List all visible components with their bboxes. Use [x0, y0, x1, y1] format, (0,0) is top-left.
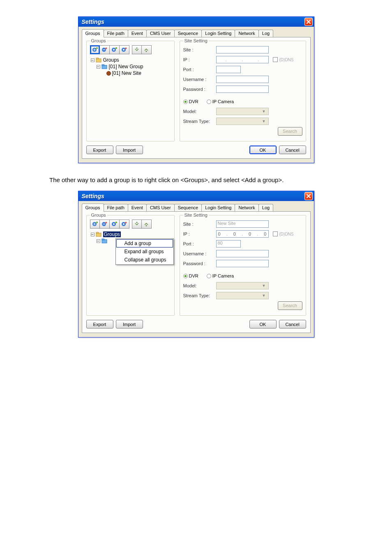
- port-label: Port :: [183, 67, 216, 72]
- search-button[interactable]: Search: [278, 127, 302, 136]
- site-label: Site :: [183, 222, 216, 227]
- remove-group-button[interactable]: [100, 45, 110, 54]
- port-input[interactable]: [216, 66, 241, 73]
- expand-toggle[interactable]: −: [91, 233, 95, 236]
- stream-label: Stream Type:: [183, 293, 216, 298]
- dvr-radio[interactable]: DVR: [183, 99, 198, 104]
- context-menu[interactable]: Add a group Expand all groups Collapse a…: [115, 238, 174, 265]
- tab-event[interactable]: Event: [128, 204, 147, 211]
- tab-filepath[interactable]: File path: [104, 204, 128, 211]
- password-label: Password :: [183, 87, 216, 92]
- tab-filepath[interactable]: File path: [104, 30, 128, 37]
- password-label: Password :: [183, 261, 216, 266]
- cancel-button[interactable]: Cancel: [279, 146, 306, 154]
- titlebar[interactable]: Settings: [78, 17, 314, 27]
- add-group-button[interactable]: [90, 220, 100, 229]
- tab-page: Groups: [82, 37, 311, 159]
- username-input[interactable]: [216, 76, 269, 83]
- password-input[interactable]: [216, 260, 269, 267]
- svg-rect-9: [96, 58, 99, 59]
- add-group-button[interactable]: [90, 45, 100, 54]
- close-icon: [306, 194, 311, 199]
- tab-login[interactable]: Login Setting: [201, 30, 235, 37]
- ipcamera-radio[interactable]: IP Camera: [207, 99, 234, 104]
- site-input[interactable]: [216, 46, 269, 53]
- expand-toggle[interactable]: −: [91, 58, 95, 62]
- remove-site-button[interactable]: [120, 45, 129, 54]
- collapse-icon: [143, 47, 149, 53]
- tree-root[interactable]: − Groups: [91, 231, 171, 238]
- site-setting-panel: Site Setting Site : New Site IP : 0. 0. …: [180, 215, 306, 316]
- password-input[interactable]: [216, 86, 269, 93]
- expand-all-button[interactable]: [132, 220, 142, 229]
- import-button[interactable]: Import: [116, 320, 143, 328]
- tree-root-label: Groups: [103, 57, 119, 63]
- tab-login[interactable]: Login Setting: [201, 204, 235, 211]
- svg-point-3: [113, 49, 115, 51]
- stream-select[interactable]: ▼: [216, 292, 269, 299]
- add-site-button[interactable]: [110, 220, 120, 229]
- ip-input[interactable]: 0. 0. 0. 0: [216, 230, 269, 238]
- tree-root[interactable]: − Groups: [91, 57, 171, 63]
- close-button[interactable]: [304, 18, 313, 26]
- export-button[interactable]: Export: [86, 146, 113, 154]
- stream-select[interactable]: ▼: [216, 118, 269, 125]
- tab-groups[interactable]: Groups: [82, 204, 104, 212]
- port-input[interactable]: 80: [216, 240, 241, 247]
- tab-cmsuser[interactable]: CMS User: [146, 204, 175, 211]
- add-site-icon: [111, 221, 118, 227]
- import-button[interactable]: Import: [116, 146, 143, 154]
- expand-icon: [134, 221, 140, 227]
- expand-toggle[interactable]: −: [97, 65, 100, 69]
- tree-site[interactable]: [01] New Site: [91, 70, 171, 76]
- tab-event[interactable]: Event: [128, 30, 147, 37]
- collapse-all-button[interactable]: [142, 220, 152, 229]
- site-legend: Site Setting: [183, 38, 209, 43]
- search-button[interactable]: Search: [278, 301, 302, 310]
- remove-group-button[interactable]: [100, 220, 110, 229]
- tree-group[interactable]: − [01] New Group: [91, 63, 171, 70]
- groups-tree[interactable]: − Groups − [01] New Group: [90, 57, 171, 76]
- expand-toggle[interactable]: −: [97, 239, 100, 243]
- tab-cmsuser[interactable]: CMS User: [146, 30, 175, 37]
- close-button[interactable]: [304, 192, 313, 200]
- settings-dialog-1: Settings Groups File path Event CMS User…: [78, 16, 314, 163]
- ok-button[interactable]: OK: [249, 320, 277, 328]
- model-select[interactable]: ▼: [216, 108, 269, 115]
- tab-page: Groups: [82, 211, 311, 333]
- group-icon: [101, 64, 108, 69]
- svg-point-5: [123, 49, 125, 51]
- ipcamera-radio[interactable]: IP Camera: [207, 273, 234, 278]
- collapse-all-button[interactable]: [142, 45, 152, 54]
- tab-log[interactable]: Log: [258, 30, 273, 37]
- model-select[interactable]: ▼: [216, 282, 269, 289]
- ddns-checkbox[interactable]: [273, 57, 278, 62]
- menu-add-group[interactable]: Add a group: [116, 239, 173, 247]
- username-input[interactable]: [216, 250, 269, 257]
- tab-network[interactable]: Network: [235, 204, 258, 211]
- cancel-button[interactable]: Cancel: [279, 320, 306, 328]
- model-label: Model:: [183, 283, 216, 288]
- expand-all-button[interactable]: [132, 45, 142, 54]
- dvr-radio[interactable]: DVR: [183, 273, 198, 278]
- tab-sequence[interactable]: Sequence: [174, 204, 202, 211]
- username-label: Username :: [183, 251, 216, 256]
- tab-log[interactable]: Log: [258, 204, 273, 211]
- ddns-checkbox[interactable]: [273, 231, 278, 236]
- ddns-label: (D)DNS: [279, 232, 294, 236]
- titlebar[interactable]: Settings: [78, 191, 314, 201]
- export-button[interactable]: Export: [86, 320, 113, 328]
- groups-panel: Groups: [86, 215, 175, 316]
- tab-network[interactable]: Network: [235, 30, 258, 37]
- tab-strip: Groups File path Event CMS User Sequence…: [82, 29, 311, 37]
- remove-site-button[interactable]: [120, 220, 129, 229]
- add-site-button[interactable]: [110, 45, 120, 54]
- tab-sequence[interactable]: Sequence: [174, 30, 202, 37]
- ok-button[interactable]: OK: [249, 146, 277, 154]
- menu-expand-all[interactable]: Expand all groups: [116, 247, 173, 256]
- tab-groups[interactable]: Groups: [82, 29, 104, 37]
- menu-collapse-all[interactable]: Collapse all groups: [116, 256, 173, 264]
- site-input[interactable]: New Site: [216, 220, 269, 228]
- ip-input[interactable]: . . .: [216, 56, 269, 63]
- tree-site-label: [01] New Site: [112, 70, 141, 76]
